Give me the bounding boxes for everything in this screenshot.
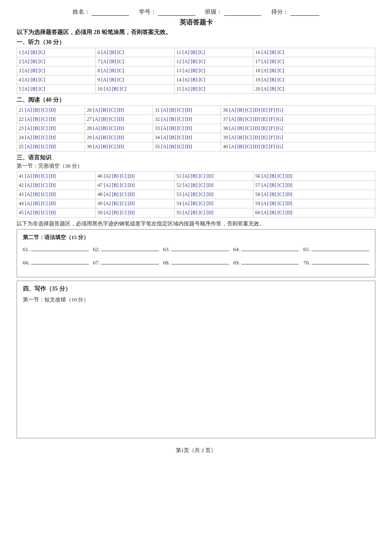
fill-item: 63. [163,246,229,253]
fill-line [101,264,159,264]
class-underline [224,9,261,16]
table-row: 20 [A] [B] [C] [253,85,375,94]
fill-item: 61. [23,246,89,253]
section1-table: 1 [A] [B] [C]6 [A] [B] [C]11 [A] [B] [C]… [17,48,375,94]
fill-item: 68. [163,259,229,266]
fill-num: 66. [23,259,29,266]
fill-num: 67. [93,259,100,266]
page-title: 英语答题卡 [17,18,375,27]
table-row: 25 [A] [B] [C] [D] [17,142,85,152]
header: 姓名： 学号： 班级： 得分： [17,8,375,16]
section2-title: 二、阅读（40 分） [17,96,375,104]
name-label: 姓名： [73,8,90,16]
table-row: 49 [A] [B] [C] [D] [96,199,175,208]
fill-num: 65. [303,246,310,253]
table-row: 8 [A] [B] [C] [96,66,175,76]
table-row: 30 [A] [B] [C] [D] [85,142,153,152]
fill-line [31,251,89,251]
table-row: 28 [A] [B] [C] [D] [85,124,153,133]
fill-line [312,251,369,251]
table-row: 29 [A] [B] [C] [D] [85,133,153,142]
section3-title: 三、语言知识 [17,154,375,161]
table-row: 52 [A] [B] [C] [D] [175,181,253,190]
section1-title: 一、听力（30 分） [17,39,375,46]
table-row: 2 [A] [B] [C] [17,57,96,66]
fill-line [171,251,229,251]
table-row: 42 [A] [B] [C] [D] [17,181,96,190]
fill-line [171,264,229,264]
table-row: 43 [A] [B] [C] [D] [17,190,96,199]
name-underline [92,9,129,16]
table-row: 33 [A] [B] [C] [D] [153,124,221,133]
table-row: 22 [A] [B] [C] [D] [17,115,85,124]
fill-num: 68. [163,259,170,266]
table-row: 54 [A] [B] [C] [D] [175,199,253,208]
table-row: 38 [A] [B] [C] [D] [E] [F] [G] [221,124,375,133]
table-row: 34 [A] [B] [C] [D] [153,133,221,142]
table-row: 6 [A] [B] [C] [96,48,175,57]
fill-item: 64. [233,246,299,253]
table-row: 13 [A] [B] [C] [175,66,253,76]
table-row: 27 [A] [B] [C] [D] [85,115,153,124]
section3-table: 41 [A] [B] [C] [D]46 [A] [B] [C] [D]51 [… [17,171,375,218]
table-row: 37 [A] [B] [C] [D] [E] [F] [G] [221,115,375,124]
id-field: 学号： [139,8,195,16]
table-row: 36 [A] [B] [C] [D] [E] [F] [G] [221,106,375,115]
fill-item: 70. [303,259,369,266]
instruction2: 以下为非选择题答题区，必须用黑色字迹的钢笔或签字笔在指定区域内按题号顺序作答，否… [17,220,375,227]
fill-row-1: 61.62.63.64.65. [23,246,369,253]
score-label: 得分： [271,8,289,16]
fill-item: 66. [23,259,89,266]
table-row: 19 [A] [B] [C] [253,76,375,85]
table-row: 45 [A] [B] [C] [D] [17,208,96,218]
table-row: 39 [A] [B] [C] [D] [E] [F] [G] [221,133,375,142]
fill-line [31,264,89,264]
table-row: 5 [A] [B] [C] [17,85,96,94]
table-row: 16 [A] [B] [C] [253,48,375,57]
class-label: 班级： [205,8,222,16]
table-row: 58 [A] [B] [C] [D] [253,190,375,199]
table-row: 10 [A] [B] [C] [96,85,175,94]
id-label: 学号： [139,8,156,16]
table-row: 47 [A] [B] [C] [D] [96,181,175,190]
table-row: 11 [A] [B] [C] [175,48,253,57]
table-row: 41 [A] [B] [C] [D] [17,172,96,181]
table-row: 60 [A] [B] [C] [D] [253,208,375,218]
fill-num: 70. [303,259,310,266]
table-row: 26 [A] [B] [C] [D] [85,106,153,115]
table-row: 9 [A] [B] [C] [96,76,175,85]
table-row: 12 [A] [B] [C] [175,57,253,66]
fill-line [241,251,299,251]
table-row: 48 [A] [B] [C] [D] [96,190,175,199]
id-underline [158,9,195,16]
fill-line [241,264,299,264]
table-row: 59 [A] [B] [C] [D] [253,199,375,208]
table-row: 3 [A] [B] [C] [17,66,96,76]
score-field: 得分： [271,8,319,16]
table-row: 35 [A] [B] [C] [D] [153,142,221,152]
section2-table: 21 [A] [B] [C] [D]26 [A] [B] [C] [D]31 [… [17,105,375,152]
section5-title: 四、写作（35 分） [23,285,369,293]
table-row: 40 [A] [B] [C] [D] [E] [F] [G] [221,142,375,152]
instruction1: 以下为选择题答题区，必须用 2B 铅笔涂黑，否则答案无效。 [17,29,375,36]
section5-container: 四、写作（35 分） 第一节：短文改错（10 分） [17,281,375,438]
fill-line [101,251,159,251]
table-row: 23 [A] [B] [C] [D] [17,124,85,133]
table-row: 24 [A] [B] [C] [D] [17,133,85,142]
table-row: 50 [A] [B] [C] [D] [96,208,175,218]
score-underline [290,9,319,16]
table-row: 31 [A] [B] [C] [D] [153,106,221,115]
fill-num: 62. [93,246,100,253]
table-row: 56 [A] [B] [C] [D] [253,172,375,181]
section5-sub: 第一节：短文改错（10 分） [23,296,369,303]
table-row: 15 [A] [B] [C] [175,85,253,94]
section3-sub: 第一节：完形填空（30 分） [17,162,375,170]
section4-title: 第二节：语法填空（15 分） [23,234,369,241]
table-row: 32 [A] [B] [C] [D] [153,115,221,124]
fill-item: 69. [233,259,299,266]
table-row: 18 [A] [B] [C] [253,66,375,76]
table-row: 17 [A] [B] [C] [253,57,375,66]
fill-item: 62. [93,246,159,253]
table-row: 7 [A] [B] [C] [96,57,175,66]
class-field: 班级： [205,8,261,16]
